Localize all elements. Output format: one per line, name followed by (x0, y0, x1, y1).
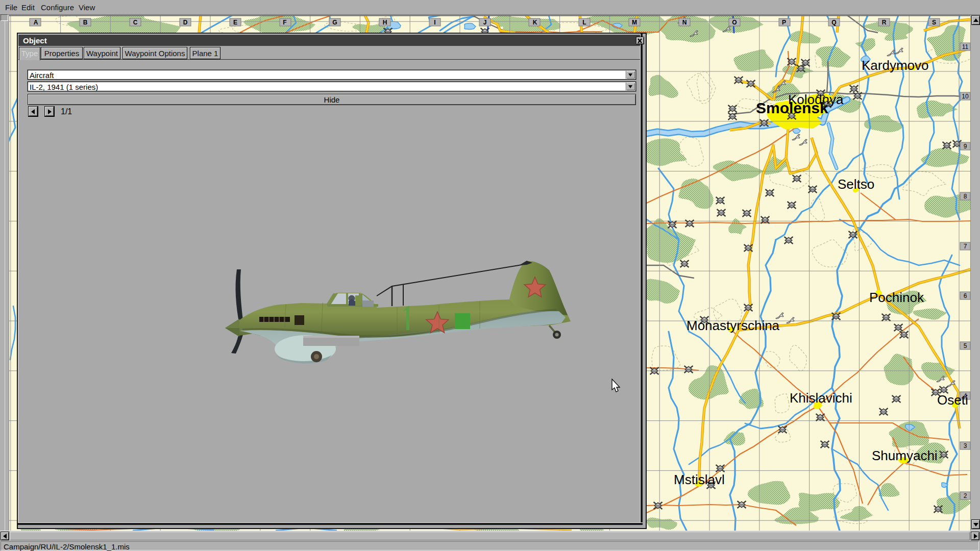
svg-text:5: 5 (964, 342, 967, 349)
svg-text:2: 2 (964, 492, 967, 499)
svg-text:S: S (932, 19, 936, 26)
svg-text:Mstislavl: Mstislavl (674, 472, 725, 487)
svg-text:Shumyachi: Shumyachi (872, 448, 938, 463)
svg-text:E: E (233, 19, 237, 26)
svg-text:I: I (434, 19, 435, 26)
svg-text:A: A (34, 19, 38, 26)
svg-text:Smolensk: Smolensk (756, 99, 828, 116)
svg-text:N: N (682, 19, 687, 26)
svg-text:R: R (882, 19, 887, 26)
svg-text:H: H (383, 19, 387, 26)
svg-text:C: C (133, 19, 138, 26)
svg-text:D: D (183, 19, 188, 26)
svg-text:K: K (533, 19, 537, 26)
svg-text:10: 10 (962, 93, 969, 100)
svg-text:L: L (582, 19, 586, 26)
svg-text:F: F (283, 19, 286, 26)
svg-text:6: 6 (964, 292, 967, 299)
svg-text:Q: Q (831, 19, 836, 26)
svg-text:7: 7 (964, 243, 967, 250)
svg-text:Monastyrschina: Monastyrschina (687, 318, 780, 333)
svg-text:Khislavichi: Khislavichi (790, 390, 852, 406)
svg-text:9: 9 (964, 143, 967, 150)
svg-text:3: 3 (964, 442, 967, 449)
svg-text:Oseti: Oseti (937, 392, 968, 408)
svg-text:M: M (632, 19, 637, 26)
svg-text:B: B (83, 19, 88, 26)
svg-text:G: G (332, 19, 337, 26)
svg-text:Kardymovo: Kardymovo (862, 58, 929, 73)
svg-text:11: 11 (962, 43, 969, 51)
svg-text:Seltso: Seltso (838, 177, 874, 192)
svg-text:P: P (782, 19, 786, 26)
svg-text:8: 8 (964, 193, 967, 200)
svg-text:J: J (483, 19, 487, 26)
svg-text:O: O (732, 19, 737, 26)
svg-text:Pochinok: Pochinok (869, 290, 924, 305)
